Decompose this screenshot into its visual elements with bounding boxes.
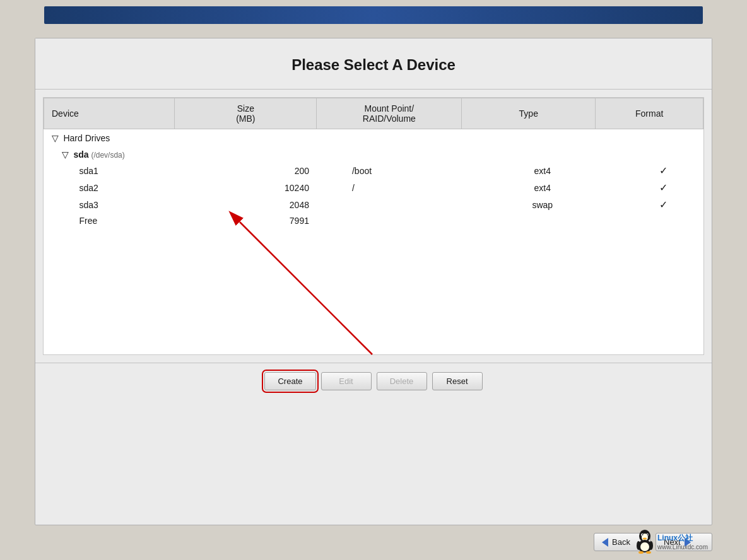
- device-table: Device Size (MB) Mount Point/ RAID/Volum…: [44, 98, 703, 354]
- hard-drives-row: ▽ Hard Drives: [44, 129, 703, 148]
- back-arrow-icon: [602, 538, 608, 547]
- svg-point-6: [642, 534, 643, 535]
- col-format: Format: [596, 98, 703, 129]
- svg-point-8: [643, 538, 647, 540]
- svg-point-12: [649, 541, 653, 550]
- sda-path: (/dev/sda): [91, 151, 124, 160]
- linux-logo-icon: [635, 530, 655, 554]
- back-label: Back: [612, 537, 630, 547]
- hard-drives-label: ▽ Hard Drives: [44, 129, 703, 148]
- top-bar: [44, 6, 703, 24]
- svg-line-1: [240, 222, 372, 354]
- sda-label: sda: [73, 149, 88, 160]
- svg-point-13: [638, 551, 644, 554]
- col-type: Type: [462, 98, 596, 129]
- page-title: Please Select A Device: [48, 56, 699, 74]
- svg-point-10: [640, 542, 649, 551]
- col-size: Size (MB): [175, 98, 317, 129]
- col-mount: Mount Point/ RAID/Volume: [317, 98, 462, 129]
- watermark-text: Linux公社 www.Linuxdc.com: [657, 533, 708, 551]
- sda-expand-icon: ▽: [62, 149, 69, 160]
- svg-point-11: [637, 541, 640, 550]
- expand-icon: ▽: [52, 133, 59, 143]
- sda-row: ▽ sda (/dev/sda): [44, 147, 703, 162]
- col-device: Device: [44, 98, 175, 129]
- watermark-area: Linux公社 www.Linuxdc.com: [635, 530, 708, 554]
- device-table-wrapper: Device Size (MB) Mount Point/ RAID/Volum…: [43, 97, 704, 355]
- annotation-arrow: [44, 165, 703, 386]
- title-section: Please Select A Device: [35, 38, 712, 90]
- svg-point-14: [646, 551, 651, 554]
- empty-space-row: [44, 228, 703, 354]
- watermark-url: www.Linuxdc.com: [657, 544, 708, 551]
- main-container: Please Select A Device Device Size (MB) …: [35, 38, 712, 525]
- svg-point-7: [647, 534, 648, 535]
